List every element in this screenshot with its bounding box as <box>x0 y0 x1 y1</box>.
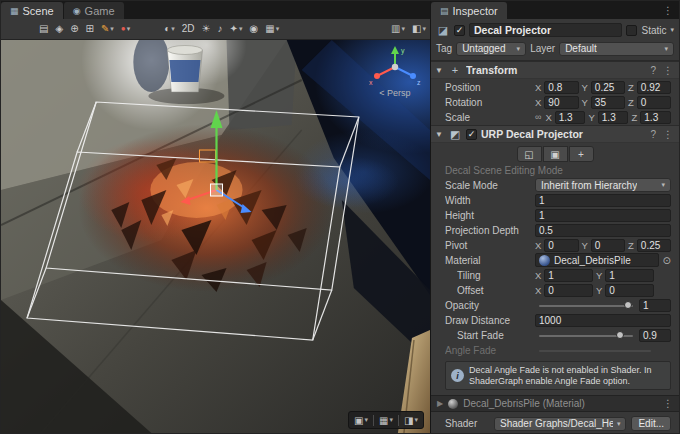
height-field[interactable]: 1 <box>535 209 671 222</box>
foldout-icon[interactable]: ▼ <box>435 130 444 139</box>
projection-depth-field[interactable]: 0.5 <box>535 224 671 237</box>
decal-projector-component-icon: ◩ <box>448 128 462 141</box>
scale-link-icon[interactable]: ∞ <box>535 112 541 122</box>
material-object-field[interactable]: Decal_DebrisPile <box>535 253 659 267</box>
material-label: Material <box>445 255 533 266</box>
opacity-slider[interactable] <box>539 299 633 312</box>
pivot-x-field[interactable]: 0 <box>544 239 578 252</box>
active-checkbox[interactable]: ✓ <box>454 25 465 36</box>
help-icon[interactable]: ? <box>650 65 656 76</box>
scale-x-field[interactable]: 1.3 <box>555 111 586 124</box>
tab-game[interactable]: ◉ Game <box>64 2 124 19</box>
help-icon[interactable]: ? <box>650 129 656 140</box>
scale-z-field[interactable]: 1.3 <box>640 111 671 124</box>
caret-icon: ▾ <box>661 181 665 189</box>
x-axis-label: X <box>535 270 541 281</box>
angle-fade-label: Angle Fade <box>445 345 533 356</box>
tiling-row: Tiling X1 Y1 <box>431 268 679 282</box>
draw-mode-icon[interactable]: ◐▾ <box>164 24 175 34</box>
orientation-gizmo[interactable]: y x z < Persp <box>366 43 424 98</box>
tiling-y-field[interactable]: 1 <box>605 269 654 282</box>
position-y-field[interactable]: 0.25 <box>591 81 625 94</box>
check-icon: ✓ <box>468 129 476 139</box>
inspector-menu-icon[interactable]: ⋮ <box>663 5 679 19</box>
opacity-label: Opacity <box>445 300 533 311</box>
scale-y-field[interactable]: 1.3 <box>598 111 629 124</box>
tab-inspector[interactable]: ▤ Inspector <box>431 2 507 19</box>
audio-toggle-icon[interactable]: ♪ <box>218 24 223 34</box>
offset-x-field[interactable]: 0 <box>544 284 593 297</box>
pivot-mode-button[interactable]: + <box>569 146 594 162</box>
material-menu-icon[interactable]: ⋮ <box>663 398 673 409</box>
height-row: Height 1 <box>431 208 679 222</box>
overlay-grid-icon[interactable]: ▦▾ <box>379 415 393 426</box>
opacity-field[interactable]: 1 <box>639 299 671 312</box>
component-enabled-checkbox[interactable]: ✓ <box>466 129 477 140</box>
offset-row: Offset X0 Y0 <box>431 283 679 297</box>
pivot-y-field[interactable]: 0 <box>591 239 625 252</box>
rotation-label: Rotation <box>445 97 533 108</box>
layer-dropdown[interactable]: Default ▾ <box>559 42 674 56</box>
y-axis-label: Y <box>582 97 588 108</box>
width-field[interactable]: 1 <box>535 194 671 207</box>
component-menu-icon[interactable]: ⋮ <box>663 129 673 140</box>
pivot-row: Pivot X0 Y0 Z0.25 <box>431 238 679 252</box>
tab-inspector-label: Inspector <box>453 5 498 17</box>
offset-y-field[interactable]: 0 <box>605 284 654 297</box>
start-fade-slider[interactable] <box>539 329 633 342</box>
transform-menu-icon[interactable]: ⋮ <box>663 65 673 76</box>
scale-row: Scale ∞ X1.3 Y1.3 Z1.3 <box>431 110 679 124</box>
tiling-x-field[interactable]: 1 <box>544 269 593 282</box>
record-tool-icon[interactable]: ●▾ <box>121 24 130 34</box>
tab-scene[interactable]: ▦ Scene <box>1 2 63 19</box>
overlay-view-icon[interactable]: ◨▾ <box>404 415 418 426</box>
material-section-header[interactable]: ▶ Decal_DebrisPile (Material) ⋮ <box>431 395 679 412</box>
scene-panel: ▦ Scene ◉ Game ▤ ◈ ⊕ ⊞ ✎▾ ●▾ ◐▾ 2D ☀ ♪ ✦… <box>1 1 431 433</box>
2d-toggle[interactable]: 2D <box>182 24 195 34</box>
effects-toggle-icon[interactable]: ✦▾ <box>230 24 243 34</box>
gameobject-name-field[interactable]: Decal Projector <box>469 23 622 37</box>
scale-mode-dropdown[interactable]: Inherit from Hierarchy ▾ <box>535 178 671 192</box>
foldout-icon[interactable]: ▶ <box>437 399 443 408</box>
rotation-z-field[interactable]: 0 <box>637 96 671 109</box>
shader-dropdown[interactable]: Shader Graphs/Decal_HeightMask ▾ <box>494 417 626 431</box>
pivot-toggle-icon[interactable]: ◈ <box>55 24 63 34</box>
lighting-toggle-icon[interactable]: ☀ <box>202 24 211 34</box>
crop-mode-button[interactable]: ▣ <box>543 146 568 162</box>
position-x-field[interactable]: 0.8 <box>544 81 578 94</box>
static-checkbox[interactable] <box>626 25 637 36</box>
start-fade-field[interactable]: 0.9 <box>639 329 671 342</box>
shader-edit-button[interactable]: Edit... <box>631 416 671 431</box>
foldout-icon[interactable]: ▼ <box>435 66 444 75</box>
stats-icon[interactable]: ▥▾ <box>391 24 405 34</box>
rotation-row: Rotation X90 Y35 Z0 <box>431 95 679 109</box>
rotation-x-field[interactable]: 90 <box>544 96 578 109</box>
pivot-z-field[interactable]: 0.25 <box>637 239 671 252</box>
object-picker-icon[interactable]: ⊙ <box>663 255 671 266</box>
rotation-y-field[interactable]: 35 <box>591 96 625 109</box>
z-axis-label: Z <box>628 82 634 93</box>
scale-mode-button[interactable]: ◱ <box>517 146 542 162</box>
tool-settings-icon[interactable]: ▤ <box>39 24 48 34</box>
static-dropdown-icon[interactable]: ▾ <box>670 26 674 34</box>
draw-distance-label: Draw Distance <box>445 315 533 326</box>
draw-distance-field[interactable]: 1000 <box>535 314 671 327</box>
camera-settings-icon[interactable]: ◧▾ <box>412 24 426 34</box>
paint-tool-icon[interactable]: ✎▾ <box>101 24 114 34</box>
handle-orientation-icon[interactable]: ⊕ <box>70 24 78 34</box>
overlay-separator <box>373 415 374 426</box>
tag-dropdown[interactable]: Untagged ▾ <box>456 42 526 56</box>
x-axis-label: X <box>535 240 541 251</box>
urp-decal-projector-header[interactable]: ▼ ◩ ✓ URP Decal Projector ? ⋮ <box>431 125 679 143</box>
position-z-field[interactable]: 0.92 <box>637 81 671 94</box>
snap-toggle-icon[interactable]: ⊞ <box>86 24 94 34</box>
scene-viewport[interactable]: y x z < Persp ▣▾ ▦▾ ◨▾ <box>1 40 430 433</box>
tag-label: Tag <box>436 43 452 54</box>
grid-visibility-icon[interactable]: ▦▾ <box>265 24 279 34</box>
shader-label: Shader <box>445 418 489 429</box>
overlay-camera-icon[interactable]: ▣▾ <box>354 415 368 426</box>
transform-header[interactable]: ▼ + Transform ? ⋮ <box>431 61 679 79</box>
persp-label[interactable]: < Persp <box>366 88 424 98</box>
caret-icon: ▾ <box>517 45 521 53</box>
visibility-toggle-icon[interactable]: ◉ <box>249 24 258 34</box>
